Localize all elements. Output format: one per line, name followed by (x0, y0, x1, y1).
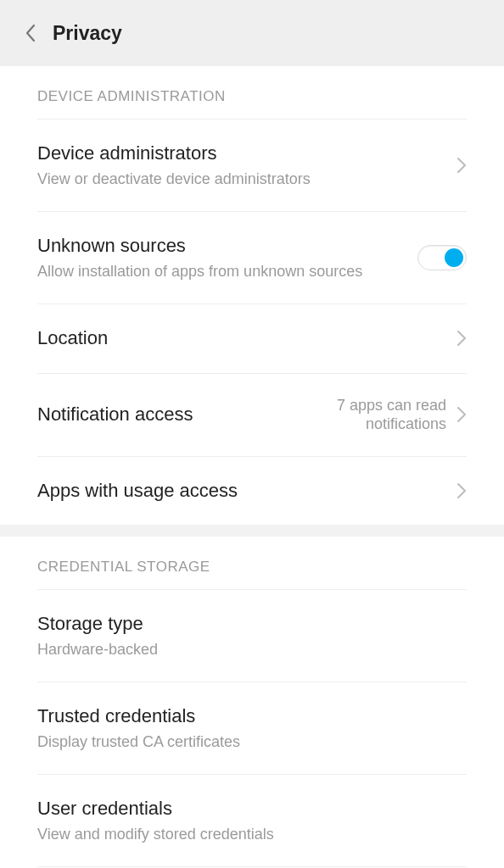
row-apps-usage-access[interactable]: Apps with usage access (0, 457, 504, 526)
section-header-device-admin: DEVICE ADMINISTRATION (0, 66, 504, 119)
row-subtitle: View and modify stored credentials (37, 825, 467, 844)
row-body: Trusted credentials Display trusted CA c… (37, 704, 467, 752)
row-body: Unknown sources Allow installation of ap… (37, 234, 407, 281)
row-body: Notification access (37, 403, 283, 427)
row-unknown-sources[interactable]: Unknown sources Allow installation of ap… (0, 212, 504, 303)
row-subtitle: Allow installation of apps from unknown … (37, 262, 407, 281)
back-button[interactable] (17, 19, 44, 47)
chevron-left-icon (25, 24, 36, 42)
row-body: Location (37, 326, 446, 351)
row-body: User credentials View and modify stored … (37, 797, 467, 844)
row-title: Device administrators (37, 142, 446, 166)
row-title: Location (37, 326, 446, 351)
row-title: Trusted credentials (37, 704, 467, 729)
chevron-right-icon (456, 406, 467, 423)
row-title: Unknown sources (37, 234, 407, 259)
toggle-knob (445, 248, 463, 267)
toggle-unknown-sources[interactable] (417, 245, 467, 270)
section-gap (0, 525, 504, 537)
header: Privacy (0, 0, 504, 66)
row-title: Notification access (37, 403, 283, 427)
section-header-credential-storage: CREDENTIAL STORAGE (0, 537, 504, 589)
row-device-administrators[interactable]: Device administrators View or deactivate… (0, 120, 504, 211)
row-storage-type[interactable]: Storage type Hardware-backed (0, 590, 504, 682)
row-title: Apps with usage access (37, 479, 446, 504)
row-subtitle: View or deactivate device administrators (37, 170, 446, 189)
row-title: User credentials (37, 797, 467, 821)
section-device-administration: DEVICE ADMINISTRATION Device administrat… (0, 66, 504, 525)
chevron-right-icon (456, 482, 467, 499)
row-body: Apps with usage access (37, 479, 446, 504)
section-credential-storage: CREDENTIAL STORAGE Storage type Hardware… (0, 537, 504, 868)
row-subtitle: Hardware-backed (37, 640, 467, 659)
row-location[interactable]: Location (0, 304, 504, 373)
row-body: Storage type Hardware-backed (37, 612, 467, 659)
row-title: Storage type (37, 612, 467, 637)
row-body: Device administrators View or deactivate… (37, 142, 446, 189)
row-subtitle: Display trusted CA certificates (37, 732, 467, 752)
row-trusted-credentials[interactable]: Trusted credentials Display trusted CA c… (0, 682, 504, 774)
chevron-right-icon (456, 330, 467, 347)
row-notification-access[interactable]: Notification access 7 apps can read noti… (0, 374, 504, 456)
page-title: Privacy (53, 22, 122, 45)
row-status: 7 apps can read notifications (294, 396, 446, 434)
row-user-credentials[interactable]: User credentials View and modify stored … (0, 775, 504, 866)
chevron-right-icon (456, 157, 467, 174)
